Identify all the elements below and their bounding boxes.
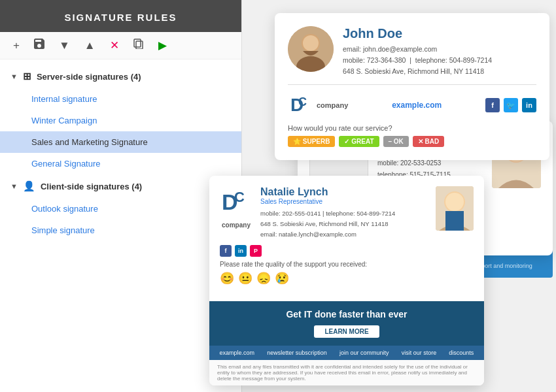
banner-title: Get IT done faster than ever	[217, 309, 476, 319]
great-button[interactable]: ✓ GREAT	[339, 136, 379, 147]
move-up-button[interactable]: ▲	[82, 38, 98, 54]
signature-tree: ▼ ⊞ Server-side signatures (4) Internal …	[0, 59, 241, 392]
card3-mobile-tel: mobile: 202-555-0141 | telephone: 504-89…	[260, 208, 395, 219]
linkedin-icon[interactable]: in	[522, 98, 536, 112]
card1-website[interactable]: example.com	[392, 101, 442, 110]
delete-button[interactable]: ✕	[107, 37, 122, 54]
svg-text:C: C	[234, 189, 245, 205]
john-doe-card: John Doe email: john.doe@example.com mob…	[275, 13, 549, 160]
svg-rect-21	[445, 211, 464, 231]
card3-pinterest-icon[interactable]: P	[250, 245, 262, 257]
copy-button[interactable]	[131, 37, 147, 54]
card3-title: Sales Representative	[260, 198, 395, 205]
footer-link-5[interactable]: discounts	[449, 350, 474, 356]
sidebar-item-general[interactable]: General Signature	[0, 153, 241, 174]
footer-link-4[interactable]: visit our store	[402, 350, 437, 356]
emoji-great[interactable]: 😊	[220, 271, 234, 286]
card3-linkedin-icon[interactable]: in	[235, 245, 247, 257]
chevron-down-icon: ▼	[10, 73, 18, 80]
svg-rect-0	[136, 41, 143, 49]
card3-email: email: natalie.lynch@example.com	[260, 229, 395, 240]
client-side-label: Client-side signatures (4)	[41, 182, 142, 191]
card3-info: Natalie Lynch Sales Representative mobil…	[260, 186, 395, 240]
sidebar-item-internal[interactable]: Internal signature	[0, 88, 241, 110]
chevron-down-icon-2: ▼	[10, 182, 18, 190]
card3-name: Natalie Lynch	[260, 186, 395, 198]
emoji-ok[interactable]: 😐	[238, 271, 252, 286]
preview-area: John Doe email: john.doe@example.com mob…	[229, 0, 556, 392]
more-button[interactable]: ▶	[156, 37, 169, 54]
footer-link-1[interactable]: example.com	[220, 350, 255, 356]
client-side-group[interactable]: ▼ 👤 Client-side signatures (4)	[0, 174, 241, 198]
svg-text:C: C	[298, 95, 307, 108]
card3-company: company	[222, 221, 251, 229]
sidebar-item-winter[interactable]: Winter Campaign	[0, 110, 241, 131]
card3-facebook-icon[interactable]: f	[220, 245, 232, 257]
move-down-button[interactable]: ▼	[56, 38, 73, 54]
emoji-terrible[interactable]: 😢	[275, 271, 289, 286]
user-icon: 👤	[23, 180, 35, 192]
card1-mobile-tel: mobile: 723-364-380 | telephone: 504-899…	[343, 55, 492, 66]
add-button[interactable]: +	[10, 38, 22, 54]
server-side-group[interactable]: ▼ ⊞ Server-side signatures (4)	[0, 65, 241, 88]
facebook-icon[interactable]: f	[485, 98, 500, 112]
grid-icon: ⊞	[23, 71, 31, 82]
footer-link-2[interactable]: newsletter subscription	[267, 350, 327, 356]
sidebar-item-outlook[interactable]: Outlook signature	[0, 198, 241, 220]
rating-question: How would you rate our service?	[288, 124, 536, 132]
emoji-bad[interactable]: 😞	[256, 271, 271, 286]
sidebar-item-simple[interactable]: Simple signature	[0, 220, 241, 241]
panel-title: SIGNATURE RULES	[0, 0, 241, 32]
company-logo: D C company	[288, 93, 348, 118]
ok-button[interactable]: – OK	[383, 136, 409, 147]
card3-rating-question: Please rate the quality of the support y…	[220, 261, 474, 268]
svg-point-5	[303, 35, 319, 51]
learn-more-button[interactable]: LEARN MORE	[314, 325, 379, 338]
card1-name: John Doe	[343, 26, 492, 41]
toolbar: + ▼ ▲ ✕ ▶	[0, 32, 241, 59]
twitter-icon[interactable]: 🐦	[504, 98, 518, 112]
card3-disclaimer: This email and any files transmitted wit…	[209, 360, 484, 385]
card1-email: email: john.doe@example.com	[343, 44, 492, 55]
svg-point-20	[445, 193, 464, 211]
card3-logo: D C company	[220, 186, 252, 229]
card3-footer: example.com newsletter subscription join…	[209, 346, 484, 360]
card3-banner: Get IT done faster than ever LEARN MORE	[209, 301, 484, 346]
server-side-label: Server-side signatures (4)	[37, 72, 141, 82]
card3-emoji-rating: 😊 😐 😞 😢	[220, 271, 474, 286]
card3-avatar	[436, 186, 474, 231]
superb-button[interactable]: ⭐ SUPERB	[288, 136, 335, 147]
save-button[interactable]	[31, 37, 47, 54]
card3-address: 648 S. Sobieski Ave, Richmond Hill, NY 1…	[260, 219, 395, 229]
left-panel: SIGNATURE RULES + ▼ ▲ ✕ ▶ ▼ ⊞ Server-sid…	[0, 0, 242, 392]
footer-link-3[interactable]: join our community	[339, 350, 389, 356]
card1-address: 648 S. Sobieski Ave, Richmond Hill, NY 1…	[343, 66, 492, 77]
company-name: company	[317, 101, 348, 109]
natalie-lynch-card: D C company Natalie Lynch Sales Represen…	[209, 176, 484, 385]
svg-rect-1	[134, 39, 141, 47]
sidebar-item-sales[interactable]: Sales and Marketing Signature	[0, 131, 241, 153]
avatar	[288, 26, 334, 72]
bad-button[interactable]: ✕ BAD	[413, 136, 444, 147]
